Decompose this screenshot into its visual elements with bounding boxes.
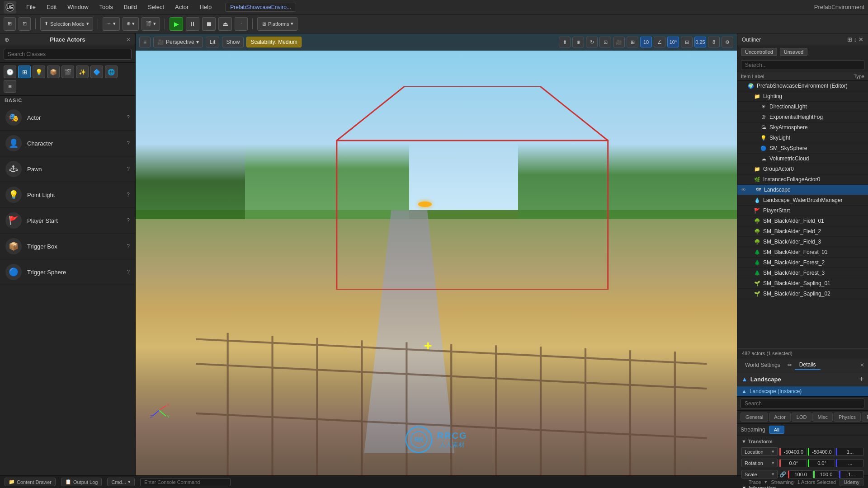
scale-lock-icon[interactable]: 🔗: [779, 471, 786, 478]
outliner-item-group-actor[interactable]: 📁 GroupActor0: [737, 164, 868, 174]
world-settings-tab[interactable]: World Settings: [741, 361, 785, 370]
outliner-item-directional-light[interactable]: ☀ DirectionalLight: [737, 102, 868, 112]
rotation-y-field[interactable]: 0.0°: [808, 459, 835, 467]
trigger-box-help-icon[interactable]: ?: [127, 243, 130, 249]
transform-btn[interactable]: ↔ ▾: [103, 17, 120, 31]
output-log-btn[interactable]: 📋 Output Log: [61, 478, 102, 486]
outliner-item-sky-light[interactable]: 💡 SkyLight: [737, 133, 868, 143]
point-light-help-icon[interactable]: ?: [127, 192, 130, 198]
actor-item-trigger-box[interactable]: 📦 Trigger Box ?: [0, 234, 135, 259]
outliner-item-sm-forest-01[interactable]: 🌲 SM_BlackAlder_Forest_01: [737, 247, 868, 258]
rotate-tool-btn[interactable]: ↻: [586, 37, 598, 47]
actor-item-actor[interactable]: 🎭 Actor ?: [0, 105, 135, 131]
location-x-field[interactable]: -50400.0: [779, 448, 807, 456]
pause-button[interactable]: ⏸: [186, 17, 199, 31]
outliner-filter-icon[interactable]: ⊞: [847, 36, 852, 43]
character-help-icon[interactable]: ?: [127, 140, 130, 146]
basic-icon-btn[interactable]: ⊞: [18, 66, 31, 78]
toolbar-icon-btn-2[interactable]: ⊡: [19, 17, 31, 31]
select-tool-btn[interactable]: ⬆: [559, 37, 571, 47]
all-button[interactable]: All: [769, 426, 784, 434]
scale-tool-btn[interactable]: ⊡: [599, 37, 611, 47]
rotation-x-field[interactable]: 0.0°: [779, 459, 807, 467]
shapes-icon-btn[interactable]: 📦: [47, 66, 60, 78]
details-tab-general[interactable]: General: [741, 413, 768, 422]
play-button[interactable]: ▶: [170, 17, 183, 31]
visual-effects-icon-btn[interactable]: ✨: [76, 66, 89, 78]
filter-uncontrolled[interactable]: Uncontrolled: [741, 48, 777, 56]
outliner-item-sm-sapling-01[interactable]: 🌱 SM_BlackAlder_Sapling_01: [737, 278, 868, 289]
scale-snap-size-btn[interactable]: 0.25: [694, 37, 706, 47]
lit-btn[interactable]: Lit: [206, 37, 220, 47]
angle-btn[interactable]: ∠: [654, 37, 665, 47]
cinematic-icon-btn[interactable]: 🎬: [61, 66, 74, 78]
vp-settings-btn[interactable]: ⚙: [722, 37, 733, 47]
details-search-input[interactable]: [741, 399, 864, 408]
visibility-icon[interactable]: 👁: [741, 187, 748, 192]
landscape-instance-row[interactable]: ▲ Landscape (Instance): [737, 386, 868, 397]
outliner-item-sm-field-01[interactable]: 🌳 SM_BlackAlder_Field_01: [737, 216, 868, 226]
details-tab-actor[interactable]: Actor: [769, 413, 791, 422]
outliner-item-water-brush[interactable]: 💧 Landscape_WaterBrushManager: [737, 195, 868, 206]
outliner-item-lighting[interactable]: 📁 Lighting: [737, 91, 868, 102]
snap-btn[interactable]: ⊕ ▾: [123, 17, 139, 31]
stop-button[interactable]: ⏹: [202, 17, 216, 31]
transform-collapse-icon[interactable]: ▼: [741, 439, 746, 444]
scalability-btn[interactable]: Scalability: Medium: [246, 37, 301, 47]
viewport-menu-btn[interactable]: ≡: [139, 37, 151, 47]
rotation-z-field[interactable]: ...: [836, 459, 863, 467]
maximize-btn[interactable]: 8: [708, 37, 720, 47]
camera-btn[interactable]: 🎬 ▾: [142, 17, 160, 31]
edit-menu[interactable]: Edit: [42, 3, 61, 11]
close-panel-icon[interactable]: ✕: [126, 37, 131, 43]
location-z-field[interactable]: 1...: [836, 448, 863, 456]
perspective-btn[interactable]: 🎥 Perspective ▾: [153, 37, 203, 47]
more-options-btn[interactable]: ⋮: [235, 17, 248, 31]
grid-btn[interactable]: ⊞: [627, 37, 638, 47]
actor-item-point-light[interactable]: 💡 Point Light ?: [0, 182, 135, 208]
scale-dropdown[interactable]: Scale ▾: [741, 470, 778, 479]
outliner-item-sm-sky-sphere[interactable]: 🔵 SM_SkySphere: [737, 143, 868, 154]
camera-speed-btn[interactable]: 🎥: [613, 37, 625, 47]
selection-mode-btn[interactable]: ⬆ Selection Mode ▾: [40, 17, 93, 31]
details-tab-misc[interactable]: Misc: [812, 413, 833, 422]
player-start-help-icon[interactable]: ?: [127, 217, 130, 224]
volumes-icon-btn[interactable]: 🌐: [105, 66, 118, 78]
filter-unsaved[interactable]: Unsaved: [780, 48, 807, 56]
outliner-item-foliage[interactable]: 🌿 InstancedFoliageActor0: [737, 174, 868, 185]
recent-icon-btn[interactable]: 🕐: [4, 66, 16, 78]
outliner-close-icon[interactable]: ✕: [859, 36, 863, 43]
select-menu[interactable]: Select: [143, 3, 169, 11]
lights-icon-btn[interactable]: 💡: [33, 66, 45, 78]
actor-help-icon[interactable]: ?: [127, 114, 130, 121]
build-menu[interactable]: Build: [119, 3, 142, 11]
add-component-icon[interactable]: +: [859, 375, 863, 383]
details-tab-lod[interactable]: LOD: [792, 413, 812, 422]
outliner-item-sm-sapling-02[interactable]: 🌱 SM_BlackAlder_Sapling_02: [737, 289, 868, 299]
scale-x-field[interactable]: 100.0: [788, 470, 812, 479]
outliner-item-sm-field-3[interactable]: 🌳 SM_BlackAlder_Field_3: [737, 237, 868, 247]
angle-size-btn[interactable]: 10°: [667, 37, 679, 47]
udemy-btn[interactable]: Udemy: [840, 478, 863, 486]
platforms-btn[interactable]: 🖥 Platforms ▾: [257, 17, 297, 31]
tools-menu[interactable]: Tools: [95, 3, 118, 11]
viewport[interactable]: ≡ 🎥 Perspective ▾ Lit Show Scalability: …: [136, 33, 737, 475]
outliner-item-player-start[interactable]: 🚩 PlayerStart: [737, 206, 868, 216]
details-close-icon[interactable]: ✕: [860, 362, 864, 368]
project-name[interactable]: PrefabShowcaseEnviro...: [225, 3, 296, 12]
toolbar-icon-btn-1[interactable]: ⊞: [4, 17, 16, 31]
rotation-dropdown[interactable]: Rotation ▾: [741, 459, 778, 467]
outliner-item-sm-field-2[interactable]: 🌳 SM_BlackAlder_Field_2: [737, 226, 868, 237]
actor-menu[interactable]: Actor: [170, 3, 193, 11]
help-menu[interactable]: Help: [195, 3, 216, 11]
scale-snap-btn[interactable]: ⊞: [681, 37, 693, 47]
outliner-item-exp-height-fog[interactable]: 🌫 ExponentialHeightFog: [737, 112, 868, 122]
details-tab[interactable]: Details: [795, 360, 821, 370]
cmd-btn[interactable]: Cmd... ▾: [107, 478, 134, 486]
all-classes-icon-btn[interactable]: ≡: [4, 80, 16, 93]
outliner-item-prefabshowcase[interactable]: 🌍 PrefabShowcaseEnvironment (Editor): [737, 81, 868, 91]
outliner-item-landscape[interactable]: 👁 🗺 Landscape: [737, 185, 868, 195]
actor-item-player-start[interactable]: 🚩 Player Start ?: [0, 208, 135, 234]
outliner-item-sm-forest-3[interactable]: 🌲 SM_BlackAlder_Forest_3: [737, 268, 868, 278]
scale-z-field[interactable]: 1...: [839, 470, 863, 479]
